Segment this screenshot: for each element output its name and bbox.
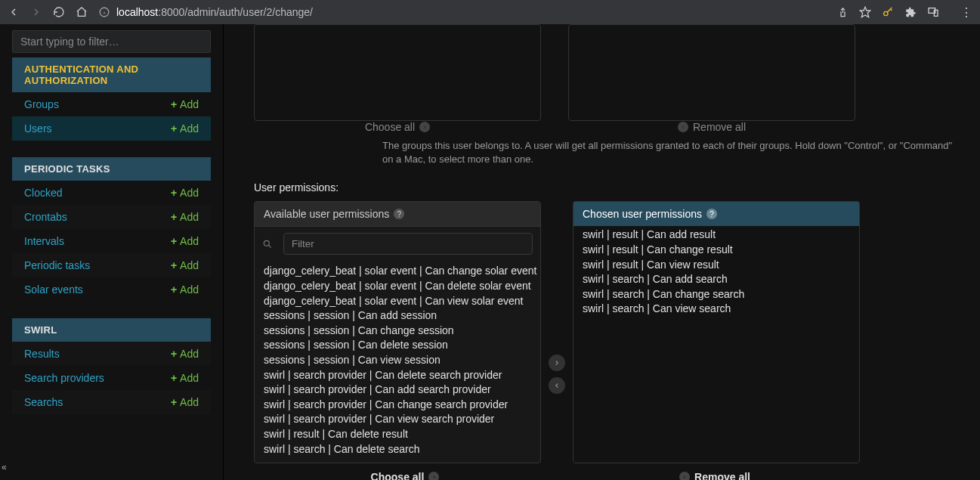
sidebar-item[interactable]: Crontabs+Add bbox=[12, 205, 211, 229]
sidebar-item[interactable]: Search providers+Add bbox=[12, 366, 211, 390]
permission-option[interactable]: swirl | result | Can add result bbox=[583, 228, 856, 243]
permission-option[interactable]: swirl | search provider | Can add search… bbox=[264, 382, 537, 398]
chevron-left-icon: ‹ bbox=[678, 122, 688, 132]
available-permissions-title: Available user permissions bbox=[264, 208, 389, 220]
sidebar-item[interactable]: Clocked+Add bbox=[12, 181, 211, 205]
sidebar-add-link[interactable]: +Add bbox=[171, 122, 199, 135]
choose-all-label: Choose all bbox=[365, 121, 415, 133]
permission-option[interactable]: django_celery_beat | solar event | Can v… bbox=[264, 294, 537, 309]
permission-option[interactable]: swirl | result | Can delete result bbox=[264, 427, 537, 442]
sidebar-add-link[interactable]: +Add bbox=[171, 187, 199, 199]
sidebar-item-label[interactable]: Intervals bbox=[24, 235, 64, 247]
groups-choose-all[interactable]: Choose all › bbox=[365, 121, 430, 133]
chevron-left-icon: ‹ bbox=[679, 472, 690, 480]
available-groups-box[interactable] bbox=[254, 24, 541, 121]
devices-icon[interactable] bbox=[927, 6, 939, 18]
remove-all-label: Remove all bbox=[693, 121, 746, 133]
permission-option[interactable]: swirl | result | Can change result bbox=[583, 243, 856, 258]
browser-chrome: localhost:8000/admin/auth/user/2/change/… bbox=[0, 0, 980, 24]
home-icon[interactable] bbox=[76, 6, 88, 18]
sidebar-collapse-icon[interactable]: « bbox=[2, 462, 7, 472]
sidebar-add-link[interactable]: +Add bbox=[171, 98, 199, 110]
help-icon[interactable]: ? bbox=[706, 209, 717, 219]
permission-option[interactable]: swirl | result | Can view result bbox=[583, 258, 856, 273]
available-permissions-panel: Available user permissions ? django_cele… bbox=[254, 201, 541, 463]
plus-icon: + bbox=[171, 122, 177, 135]
available-permissions-list[interactable]: django_celery_beat | solar event | Can c… bbox=[255, 261, 540, 463]
sidebar-item[interactable]: Results+Add bbox=[12, 342, 211, 366]
permission-option[interactable]: sessions | session | Can view session bbox=[264, 353, 537, 368]
sidebar-item[interactable]: Solar events+Add bbox=[12, 277, 211, 302]
chosen-permissions-list[interactable]: swirl | result | Can add resultswirl | r… bbox=[573, 226, 859, 463]
permission-option[interactable]: swirl | search provider | Can delete sea… bbox=[264, 368, 537, 383]
help-icon[interactable]: ? bbox=[394, 209, 404, 219]
extensions-icon[interactable] bbox=[904, 6, 917, 18]
sidebar-item[interactable]: Searchs+Add bbox=[12, 390, 211, 414]
permission-option[interactable]: swirl | search | Can add search bbox=[583, 272, 856, 287]
sidebar-item[interactable]: Groups+Add bbox=[12, 92, 211, 116]
plus-icon: + bbox=[171, 187, 177, 199]
chosen-groups-box[interactable] bbox=[568, 24, 855, 121]
permission-option[interactable]: swirl | search provider | Can change sea… bbox=[264, 398, 537, 413]
chosen-permissions-panel: Chosen user permissions ? swirl | result… bbox=[573, 201, 860, 463]
plus-icon: + bbox=[171, 235, 177, 247]
sidebar-item-label[interactable]: Crontabs bbox=[24, 211, 67, 223]
plus-icon: + bbox=[171, 396, 177, 408]
groups-selector bbox=[254, 24, 972, 121]
plus-icon: + bbox=[171, 283, 177, 296]
sidebar-item[interactable]: Users+Add bbox=[12, 116, 211, 141]
star-icon[interactable] bbox=[859, 6, 871, 18]
remove-permission-button[interactable] bbox=[549, 377, 565, 394]
permission-option[interactable]: swirl | search | Can delete search bbox=[264, 442, 537, 457]
reload-icon[interactable] bbox=[53, 6, 65, 18]
permission-option[interactable]: sessions | session | Can add session bbox=[264, 308, 537, 324]
permission-option[interactable]: sessions | session | Can delete session bbox=[264, 338, 537, 353]
sidebar-item-label[interactable]: Searchs bbox=[24, 396, 63, 408]
sidebar-item[interactable]: Periodic tasks+Add bbox=[12, 253, 211, 277]
permission-option[interactable]: swirl | search provider | Can view searc… bbox=[264, 412, 537, 427]
sidebar-section-header: PERIODIC TASKS bbox=[12, 157, 211, 181]
sidebar-filter-input[interactable] bbox=[12, 30, 211, 53]
site-info-icon[interactable] bbox=[98, 6, 110, 18]
sidebar-add-link[interactable]: +Add bbox=[171, 348, 199, 360]
url-host: localhost bbox=[116, 6, 158, 18]
forward-icon[interactable] bbox=[30, 6, 42, 18]
sidebar-item-label[interactable]: Search providers bbox=[24, 372, 104, 384]
permissions-choose-all[interactable]: Choose all › bbox=[371, 471, 440, 480]
plus-icon: + bbox=[171, 259, 177, 271]
permission-option[interactable]: django_celery_beat | solar event | Can d… bbox=[264, 279, 537, 294]
permission-option[interactable]: swirl | search | Can change search bbox=[583, 287, 856, 302]
menu-icon[interactable]: ⋮ bbox=[960, 6, 972, 18]
permission-option[interactable]: django_celery_beat | solar event | Can c… bbox=[264, 264, 537, 279]
permission-option[interactable]: swirl | search | Can view search bbox=[583, 302, 856, 317]
sidebar-item-label[interactable]: Periodic tasks bbox=[24, 259, 90, 271]
sidebar-item-label[interactable]: Solar events bbox=[24, 283, 83, 296]
sidebar-add-link[interactable]: +Add bbox=[171, 396, 199, 408]
main-content: Choose all › ‹ Remove all The groups thi… bbox=[224, 24, 980, 480]
sidebar-item[interactable]: Intervals+Add bbox=[12, 229, 211, 253]
permission-option[interactable]: sessions | session | Can change session bbox=[264, 324, 537, 339]
url-bar[interactable]: localhost:8000/admin/auth/user/2/change/ bbox=[98, 6, 826, 18]
sidebar-add-link[interactable]: +Add bbox=[171, 283, 199, 296]
sidebar-add-link[interactable]: +Add bbox=[171, 211, 199, 223]
sidebar-item-label[interactable]: Groups bbox=[24, 98, 59, 110]
share-icon[interactable] bbox=[836, 6, 849, 18]
sidebar-add-link[interactable]: +Add bbox=[171, 235, 199, 247]
groups-remove-all[interactable]: ‹ Remove all bbox=[678, 121, 746, 133]
admin-sidebar: AUTHENTICATION AND AUTHORIZATIONGroups+A… bbox=[0, 24, 224, 480]
sidebar-add-link[interactable]: +Add bbox=[171, 259, 199, 271]
sidebar-item-label[interactable]: Users bbox=[24, 122, 52, 135]
sidebar-item-label[interactable]: Results bbox=[24, 348, 60, 360]
chevron-right-icon: › bbox=[428, 472, 439, 480]
svg-point-4 bbox=[884, 11, 888, 15]
choose-all-label: Choose all bbox=[371, 471, 425, 480]
sidebar-add-link[interactable]: +Add bbox=[171, 372, 199, 384]
add-permission-button[interactable] bbox=[549, 355, 565, 371]
user-permissions-label: User permissions: bbox=[254, 181, 972, 194]
sidebar-item-label[interactable]: Clocked bbox=[24, 187, 63, 199]
groups-help-text: The groups this user belongs to. A user … bbox=[382, 139, 957, 166]
permissions-remove-all[interactable]: ‹ Remove all bbox=[679, 471, 750, 480]
permissions-filter-input[interactable] bbox=[283, 233, 533, 255]
key-icon[interactable] bbox=[882, 6, 894, 18]
back-icon[interactable] bbox=[8, 6, 20, 18]
